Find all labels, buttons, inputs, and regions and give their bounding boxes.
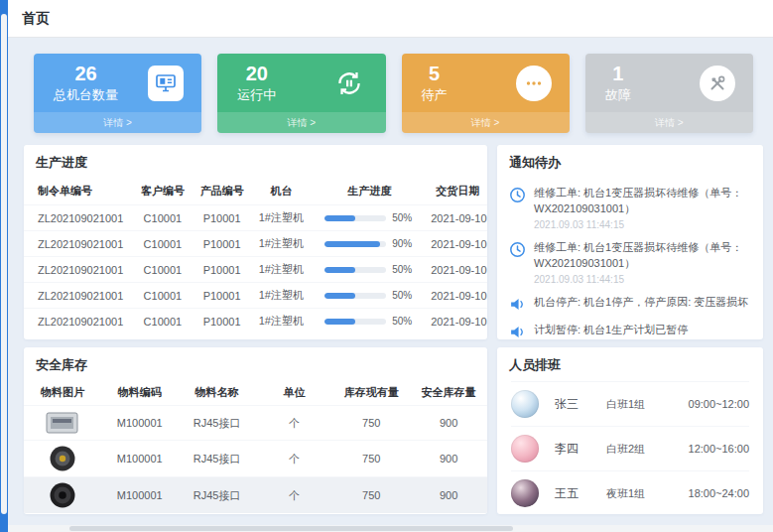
notice-item[interactable]: 维修工单: 机台1变压器损坏待维修（单号：WX202109031001） 202… bbox=[509, 181, 751, 235]
horizontal-scrollbar[interactable] bbox=[8, 525, 773, 532]
running-sync-icon bbox=[330, 65, 368, 102]
cell-product-no: P10001 bbox=[193, 283, 252, 309]
progress-bar bbox=[324, 319, 386, 325]
cell-safety-stock: 900 bbox=[410, 406, 487, 441]
stat-detail-link[interactable]: 详情 > bbox=[402, 112, 570, 133]
tab-home[interactable]: 首页 bbox=[22, 10, 50, 28]
panel-notices: 通知待办 维修工单: 机台1变压器损坏待维修（单号：WX202109031001… bbox=[497, 145, 763, 339]
staff-name: 王五 bbox=[555, 485, 606, 502]
notice-item[interactable]: 计划暂停: 机台1生产计划已暂停 2021.09.03 11:44:15 bbox=[509, 318, 751, 339]
table-row: M100001 RJ45接口 个 750 900 bbox=[24, 477, 487, 514]
column-header: 物料编码 bbox=[101, 381, 179, 406]
table-row: ZL202109021001 C10001 P10001 1#注塑机 50% 2… bbox=[24, 205, 487, 231]
column-header: 生产进度 bbox=[311, 179, 428, 205]
cell-material-name: RJ45接口 bbox=[179, 406, 256, 441]
avatar bbox=[511, 390, 539, 418]
notice-item[interactable]: 机台停产: 机台1停产，停产原因: 变压器损坏 bbox=[509, 290, 751, 318]
staff-row: 李四 白班2组 12:00~16:00 bbox=[511, 426, 749, 470]
cell-delivery-date: 2021-09-10 bbox=[428, 283, 487, 309]
table-row: ZL202109021001 C10001 P10001 1#注塑机 50% 2… bbox=[24, 309, 487, 334]
staff-time: 12:00~16:00 bbox=[689, 443, 749, 455]
clock-icon bbox=[509, 187, 526, 203]
cell-product-no: P10001 bbox=[193, 231, 252, 257]
cell-stock: 750 bbox=[332, 477, 410, 514]
cell-product-no: P10001 bbox=[193, 205, 252, 231]
cell-progress: 50% bbox=[311, 309, 428, 334]
cell-order-no: ZL202109021001 bbox=[24, 257, 133, 283]
cell-machine: 1#注塑机 bbox=[252, 205, 312, 231]
cell-unit: 个 bbox=[255, 406, 332, 441]
cell-safety-stock: 900 bbox=[410, 477, 487, 514]
round-connector-image bbox=[48, 445, 77, 472]
column-header: 单位 bbox=[255, 381, 332, 406]
cell-machine: 1#注塑机 bbox=[252, 309, 312, 334]
cell-customer-no: C10001 bbox=[133, 231, 193, 257]
panel-title: 安全库存 bbox=[24, 347, 487, 381]
table-row: ZL202109021001 C10001 P10001 1#注塑机 50% 2… bbox=[24, 257, 487, 283]
horizontal-scrollbar-thumb[interactable] bbox=[69, 526, 513, 531]
column-header: 客户编号 bbox=[133, 179, 193, 205]
panels-grid: 生产进度 制令单编号 客户编号 产品编号 机台 生产进度 交货日期 bbox=[24, 145, 763, 514]
cell-material-code: M100001 bbox=[101, 441, 179, 477]
column-header: 库存现有量 bbox=[332, 381, 410, 406]
inventory-table: 物料图片 物料编码 物料名称 单位 库存现有量 安全库存量 bbox=[24, 381, 487, 513]
clock-icon bbox=[509, 241, 526, 258]
dashboard-root: 首页 26 总机台数量 bbox=[8, 0, 773, 532]
stat-card-running: 20 运行中 详情 > bbox=[217, 54, 385, 133]
staff-time: 09:00~12:00 bbox=[689, 398, 749, 410]
table-row: ZL202109021001 C10001 P10001 1#注塑机 90% 2… bbox=[24, 231, 487, 257]
panel-title: 生产进度 bbox=[24, 145, 487, 179]
stat-label: 待产 bbox=[422, 86, 448, 104]
staff-shift: 白班2组 bbox=[606, 442, 678, 457]
cell-order-no: ZL202109021001 bbox=[24, 283, 133, 309]
panel-production-progress: 生产进度 制令单编号 客户编号 产品编号 机台 生产进度 交货日期 bbox=[24, 145, 487, 339]
panel-safety-inventory: 安全库存 物料图片 物料编码 物料名称 单位 库存现有量 安全库存量 bbox=[24, 347, 487, 514]
progress-label: 90% bbox=[392, 238, 414, 249]
progress-bar bbox=[324, 241, 386, 247]
table-row: M100001 RJ45接口 个 750 900 bbox=[24, 406, 487, 441]
column-header: 安全库存量 bbox=[410, 381, 487, 406]
cell-product-no: P10001 bbox=[193, 309, 252, 334]
stat-detail-link[interactable]: 详情 > bbox=[34, 112, 201, 133]
cell-material-image bbox=[24, 441, 101, 477]
cell-unit: 个 bbox=[255, 477, 332, 514]
notice-text: 维修工单: 机台1变压器损坏待维修（单号：WX202109031001） bbox=[534, 186, 751, 217]
stat-detail-link[interactable]: 详情 > bbox=[585, 112, 753, 133]
sidebar-scrollbar-thumb[interactable] bbox=[1, 14, 7, 514]
notice-time: 2021.09.03 11:44:15 bbox=[534, 219, 751, 230]
notice-item[interactable]: 维修工单: 机台1变压器损坏待维修（单号：WX202109031001） 202… bbox=[509, 235, 751, 290]
cell-order-no: ZL202109021001 bbox=[24, 205, 133, 231]
table-header-row: 制令单编号 客户编号 产品编号 机台 生产进度 交货日期 bbox=[24, 179, 487, 205]
ellipsis-icon bbox=[516, 66, 552, 101]
stat-detail-link[interactable]: 详情 > bbox=[217, 112, 385, 133]
progress-bar-fill bbox=[324, 267, 355, 273]
cell-material-name: RJ45接口 bbox=[179, 441, 256, 477]
cell-machine: 1#注塑机 bbox=[252, 257, 312, 283]
staff-name: 张三 bbox=[555, 396, 606, 413]
panel-title: 通知待办 bbox=[497, 145, 763, 179]
avatar bbox=[511, 435, 539, 463]
stat-value: 1 bbox=[605, 63, 631, 85]
cell-stock: 750 bbox=[332, 441, 410, 477]
cell-unit: 个 bbox=[255, 441, 332, 477]
table-row: M100001 RJ45接口 个 750 900 bbox=[24, 441, 487, 477]
progress-bar-fill bbox=[324, 215, 355, 221]
progress-bar bbox=[324, 293, 386, 299]
column-header: 制令单编号 bbox=[24, 179, 133, 205]
stat-cards-row: 26 总机台数量 详情 > bbox=[34, 54, 753, 133]
progress-bar-fill bbox=[324, 319, 355, 325]
staff-shift: 夜班1组 bbox=[606, 486, 678, 501]
cell-progress: 50% bbox=[311, 283, 428, 309]
cell-delivery-date: 2021-09-10 bbox=[428, 257, 487, 283]
column-header: 物料图片 bbox=[24, 381, 101, 406]
speaker-image bbox=[48, 481, 77, 509]
cell-delivery-date: 2021-09-10 bbox=[428, 205, 487, 231]
cell-material-image bbox=[24, 477, 101, 514]
stat-card-total-machines: 26 总机台数量 详情 > bbox=[34, 54, 201, 133]
collapsed-sidebar bbox=[0, 0, 8, 532]
speaker-icon bbox=[509, 324, 526, 339]
notice-time: 2021.09.03 11:44:15 bbox=[534, 274, 751, 285]
progress-bar-fill bbox=[324, 293, 355, 299]
cell-progress: 50% bbox=[311, 205, 428, 231]
cell-order-no: ZL202109021001 bbox=[24, 231, 133, 257]
